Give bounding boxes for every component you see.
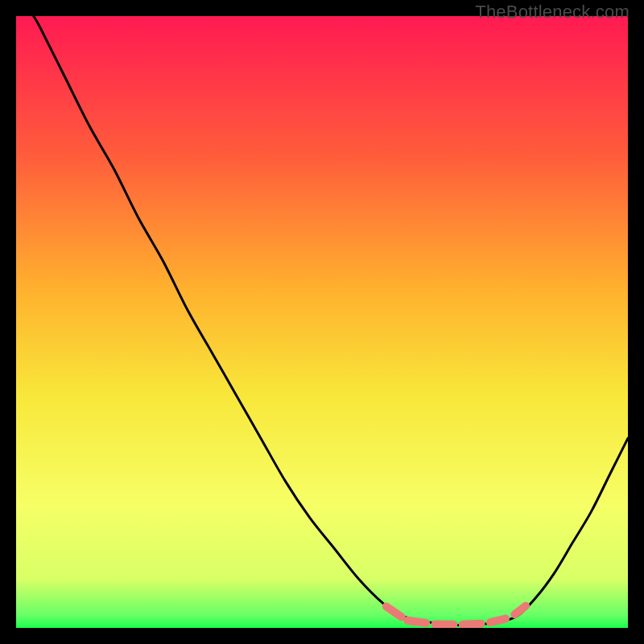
- optimal-dash: [407, 621, 426, 623]
- optimal-dash: [463, 624, 481, 625]
- gradient-background: [16, 16, 628, 628]
- optimal-dash: [490, 619, 506, 623]
- chart-container: TheBottleneck.com: [0, 0, 644, 644]
- plot-area: [16, 16, 628, 628]
- bottleneck-curve-plot: [16, 16, 628, 628]
- watermark-text: TheBottleneck.com: [475, 2, 630, 23]
